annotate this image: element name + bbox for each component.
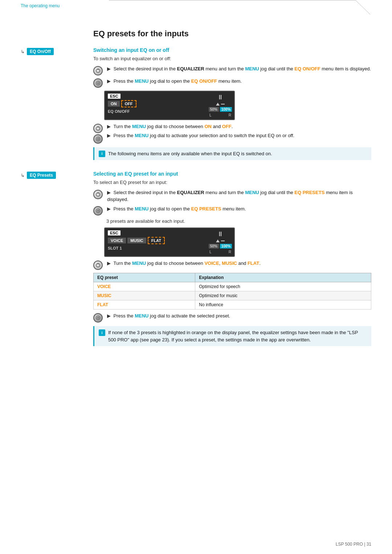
svg-point-3 [98,69,99,70]
section-eq-presets: ↳ EQ Presets Selecting an EQ preset for … [21,171,371,350]
menu-item-music: MUSIC [127,238,146,243]
menu-badge-eq-onoff: ↳ EQ On/Off [21,48,54,55]
preset-music-label: MUSIC [97,293,111,298]
info-text-1: The following menu items are only availa… [108,150,272,157]
l-label-2: L [209,250,212,254]
r-label-2: R [229,250,231,254]
jog-dial-turn-4 [93,260,103,270]
music-orange: MUSIC [222,260,237,266]
jog-dial-press-1 [93,78,103,88]
preset-step-4-content: ▶ Press the MENU jog dial to activate th… [107,312,371,320]
preset-voice-label: VOICE [97,284,111,289]
step-icon-2 [93,78,104,88]
menu-item-on: ON [108,101,120,107]
menu-cyan-p2: MENU [135,206,148,212]
vol-minus-2 [221,241,225,241]
badge-eq-onoff: EQ On/Off [27,48,54,55]
preset-step-4: ▶ Press the MENU jog dial to activate th… [93,312,371,323]
r-label-1: R [229,113,231,117]
vol-row-2 [216,239,225,242]
menu-item-voice: VOICE [108,238,126,243]
esc-btn-1: ESC [108,94,121,99]
arrow-bullet-3: ▶ [107,124,111,129]
vol-50-2: 50% [209,244,219,249]
eq-onoff-orange-2: EQ ON/OFF [191,78,217,84]
jog-dial-turn-3 [93,190,103,199]
svg-point-11 [98,192,99,193]
l-label-1: L [209,113,212,117]
badge-arrow-icon-2: ↳ [21,173,25,178]
display-side-2: ⏸ 50% 100% L R [209,230,231,254]
col-header-explanation: Explanation [195,273,371,282]
menu-item-flat: FLAT [148,237,165,244]
preset-flat-cell: FLAT [94,300,195,309]
section-heading-eq-onoff: Switching an input EQ on or off [93,47,371,53]
section-right-presets: Selecting an EQ preset for an input To s… [93,171,371,350]
menu-item-off: OFF [121,100,136,107]
flat-orange: FLAT [248,260,259,266]
jog-dial-press-4 [93,313,103,323]
arrow-bullet-2: ▶ [107,78,111,84]
section-heading-presets: Selecting an EQ preset for an input [93,171,371,177]
table-row-voice: VOICE Optimized for speech [94,282,371,291]
svg-point-17 [97,317,99,319]
device-display-1: ESC ON OFF EQ ON/OFF ⏸ [104,91,235,120]
pause-icon-2: ⏸ [217,230,224,238]
step-3-content: ▶ Turn the MENU jog dial to choose betwe… [107,123,371,139]
equalizer-bold-2: EQUALIZER [177,190,204,195]
preset-step-2-content: ▶ Press the MENU jog dial to open the EQ… [107,205,371,213]
equalizer-bold: EQUALIZER [177,66,204,71]
arrow-bullet-1: ▶ [107,66,111,71]
display-side-1: ⏸ 50% 100% L R [209,94,231,117]
preset-step-icon-4 [93,312,104,323]
section-eq-onoff: ↳ EQ On/Off Switching an input EQ on or … [21,47,371,164]
presets-intro: To select an EQ preset for an input: [93,179,371,186]
display-main-2: ESC VOICE MUSIC FLAT SLOT 1 [108,230,207,254]
table-header-row: EQ preset Explanation [94,273,371,282]
info-icon-1: i [99,151,105,157]
vol-arrow-up-1 [216,103,220,106]
page-footer: LSP 500 PRO | 31 [336,542,371,547]
off-orange: OFF [222,124,232,129]
menu-cyan-3: MENU [132,124,146,129]
table-row-flat: FLAT No influence [94,300,371,309]
step-3b: ▶ Press the MENU jog dial to activate yo… [107,132,371,139]
badge-arrow-icon: ↳ [21,49,25,54]
preset-step-3: ▶ Turn the MENU jog dial to choose betwe… [93,260,371,270]
display-top-1: ESC [108,94,207,99]
display-label-2: SLOT 1 [108,246,207,251]
step-1-content: ▶ Select the desired input in the EQUALI… [107,65,371,73]
esc-btn-2: ESC [108,230,121,235]
arrow-bullet-p1: ▶ [107,190,111,195]
menu-cyan-p1: MENU [245,190,259,195]
sub-note-presets: 3 presets are available for each input. [106,218,371,225]
step-1-text: Select the desired input in the EQUALIZE… [114,66,371,71]
section-left-badge: ↳ EQ On/Off [21,47,93,164]
menu-cyan-p3: MENU [132,260,146,266]
section-right-eq-onoff: Switching an input EQ on or off To switc… [93,47,371,164]
preset-step-2: ▶ Press the MENU jog dial to open the EQ… [93,205,371,216]
eq-presets-orange-1: EQ PRESETS [294,190,324,195]
svg-point-7 [98,126,99,127]
table-body: VOICE Optimized for speech MUSIC Optimiz… [94,282,371,309]
table-row-music: MUSIC Optimized for music [94,291,371,300]
jog-dial-press-3 [93,206,103,216]
svg-point-9 [97,138,99,140]
preset-step-icon-2 [93,205,104,216]
info-icon-2: i [99,329,105,336]
preset-step-icon-1 [93,189,104,199]
lr-row-2: L R [209,250,231,254]
display-label-1: EQ ON/OFF [108,109,207,114]
display-inner-1: ESC ON OFF EQ ON/OFF ⏸ [108,94,231,117]
menu-cyan-p4: MENU [135,313,148,319]
svg-line-1 [356,0,370,15]
vol-row-1 [216,103,225,106]
voice-orange: VOICE [204,260,219,266]
preset-step-1: ▶ Select the desired input in the EQUALI… [93,189,371,203]
section-left-presets: ↳ EQ Presets [21,171,93,350]
arrow-bullet-p2: ▶ [107,206,111,212]
device-display-2: ESC VOICE MUSIC FLAT SLOT 1 ⏸ [104,227,235,257]
info-box-2: i If none of the 3 presets is highlighte… [93,326,371,346]
step-3a: ▶ Turn the MENU jog dial to choose betwe… [107,123,371,130]
arrow-bullet-p4: ▶ [107,313,111,319]
